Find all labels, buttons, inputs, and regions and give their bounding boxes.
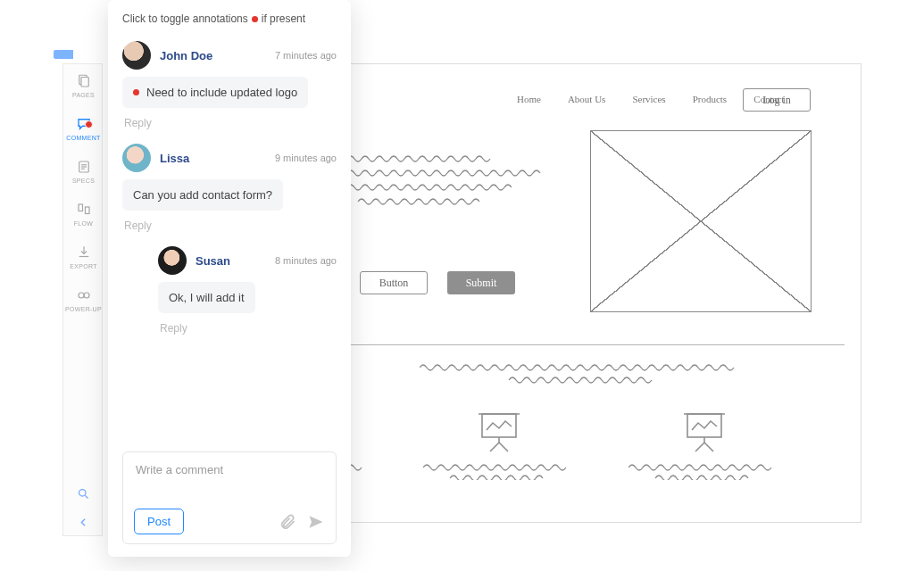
wf-card bbox=[678, 410, 731, 480]
comment-badge-dot bbox=[85, 120, 93, 128]
sidebar-item-powerup[interactable]: POWER-UP bbox=[63, 278, 104, 321]
comment-author[interactable]: John Doe bbox=[160, 49, 212, 62]
comment-text: Can you add contact form? bbox=[133, 188, 272, 202]
note-text-post: if present bbox=[262, 12, 305, 25]
wf-image-placeholder bbox=[590, 130, 812, 312]
svg-point-9 bbox=[84, 293, 89, 298]
sidebar-label-comment: COMMENT bbox=[66, 135, 100, 141]
sidebar-item-pages[interactable]: PAGES bbox=[63, 64, 104, 107]
sidebar-label-flow: FLOW bbox=[74, 220, 93, 227]
reply-link[interactable]: Reply bbox=[160, 322, 337, 335]
reply-link[interactable]: Reply bbox=[124, 219, 337, 232]
sidebar-label-pages: PAGES bbox=[72, 92, 95, 98]
comment-time: 8 minutes ago bbox=[275, 255, 337, 266]
presentation-icon bbox=[475, 410, 523, 453]
svg-rect-7 bbox=[85, 207, 89, 214]
svg-line-21 bbox=[499, 443, 508, 451]
presentation-icon bbox=[680, 410, 728, 453]
comment-bubble[interactable]: Ok, I will add it bbox=[158, 282, 255, 313]
sidebar-label-powerup: POWER-UP bbox=[65, 306, 102, 312]
sidebar-accent bbox=[54, 50, 73, 59]
send-icon[interactable] bbox=[307, 513, 325, 531]
zoom-icon[interactable] bbox=[77, 487, 90, 501]
annotation-dot-icon bbox=[252, 16, 258, 22]
comment-bubble[interactable]: Need to include updated logo bbox=[122, 77, 308, 108]
comment-text: Ok, I will add it bbox=[169, 291, 245, 304]
wf-nav-item: About Us bbox=[568, 94, 605, 104]
attach-icon[interactable] bbox=[279, 513, 296, 531]
avatar[interactable] bbox=[122, 41, 151, 70]
post-button[interactable]: Post bbox=[134, 509, 184, 534]
comment-panel: Click to toggle annotations if present J… bbox=[108, 0, 351, 557]
svg-rect-1 bbox=[81, 78, 88, 87]
specs-icon bbox=[76, 159, 92, 175]
wf-button-outline: Button bbox=[360, 271, 428, 294]
sidebar-item-export[interactable]: EXPORT bbox=[63, 236, 104, 278]
comment-author[interactable]: Susan bbox=[196, 254, 230, 268]
composer-placeholder: Write a comment bbox=[136, 463, 323, 476]
annotation-marker-icon bbox=[133, 89, 139, 95]
avatar[interactable] bbox=[158, 246, 187, 275]
comment-text: Need to include updated logo bbox=[146, 86, 297, 99]
sidebar-label-specs: SPECS bbox=[72, 178, 95, 184]
comment-bubble[interactable]: Can you add contact form? bbox=[122, 179, 283, 211]
svg-line-25 bbox=[695, 443, 704, 451]
export-icon bbox=[76, 244, 92, 261]
sidebar-item-specs[interactable]: SPECS bbox=[63, 150, 104, 193]
sidebar-label-export: EXPORT bbox=[70, 263, 96, 269]
squiggle-block bbox=[628, 462, 780, 480]
pages-icon bbox=[76, 73, 92, 89]
svg-line-20 bbox=[490, 443, 499, 451]
svg-point-8 bbox=[79, 293, 84, 298]
flow-icon bbox=[76, 202, 92, 218]
powerup-icon bbox=[76, 287, 92, 303]
wf-nav-item: Services bbox=[632, 94, 665, 104]
wf-nav-item: Home bbox=[517, 94, 541, 104]
svg-line-11 bbox=[85, 495, 87, 498]
comment-time: 7 minutes ago bbox=[275, 50, 337, 61]
comment-item: Lissa 9 minutes ago Can you add contact … bbox=[122, 144, 337, 211]
comment-item: John Doe 7 minutes ago Need to include u… bbox=[122, 41, 337, 108]
svg-line-26 bbox=[704, 443, 713, 451]
collapse-icon[interactable] bbox=[78, 517, 89, 528]
reply-link[interactable]: Reply bbox=[124, 117, 337, 129]
comment-time: 9 minutes ago bbox=[275, 153, 337, 163]
note-text-pre: Click to toggle annotations bbox=[122, 12, 248, 25]
squiggle-block bbox=[420, 362, 741, 385]
tool-sidebar: PAGES COMMENT SPECS FLOW EXPORT POWER-UP bbox=[62, 63, 103, 536]
comment-author[interactable]: Lissa bbox=[160, 152, 189, 165]
sidebar-item-comment[interactable]: COMMENT bbox=[63, 107, 104, 150]
sidebar-item-flow[interactable]: FLOW bbox=[63, 193, 104, 236]
svg-rect-6 bbox=[79, 204, 83, 211]
wf-card bbox=[472, 410, 526, 480]
wf-nav-item: Products bbox=[693, 94, 728, 104]
comment-item-nested: Susan 8 minutes ago Ok, I will add it Re… bbox=[158, 246, 337, 335]
wf-caption bbox=[388, 362, 771, 385]
avatar[interactable] bbox=[122, 144, 151, 172]
annotation-toggle-note[interactable]: Click to toggle annotations if present bbox=[122, 12, 337, 25]
svg-point-10 bbox=[79, 490, 87, 497]
squiggle-block bbox=[423, 462, 575, 480]
wf-button-filled: Submit bbox=[447, 271, 515, 294]
sidebar-bottom bbox=[63, 487, 104, 528]
wf-login-button: Log in bbox=[743, 88, 811, 112]
comment-composer[interactable]: Write a comment Post bbox=[122, 451, 337, 544]
